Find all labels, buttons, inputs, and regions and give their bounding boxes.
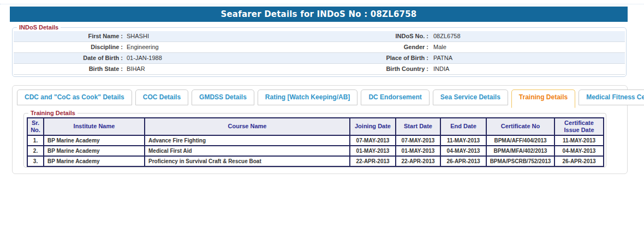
table-header-row: Sr. No.Institute NameCourse NameJoining … <box>27 118 604 135</box>
tab-dc-endorsement[interactable]: DC Endorsement <box>361 89 429 105</box>
field-value: Male <box>428 42 625 52</box>
column-header: Joining Date <box>350 118 396 135</box>
table-cell: 07-MAY-2013 <box>350 135 396 146</box>
table-row: 2.BP Marine AcademyMedical First Aid01-M… <box>27 146 604 156</box>
field-value: Engineering <box>123 42 315 52</box>
field-value: INDIA <box>428 64 625 74</box>
table-cell: Advance Fire Fighting <box>145 135 350 146</box>
tab-rating-watch-keeping-ab[interactable]: Rating [Watch Keeping/AB] <box>258 89 358 105</box>
training-section-title: Training Details <box>28 110 77 116</box>
field-value: PATNA <box>428 53 625 63</box>
table-cell: 11-MAY-2013 <box>440 135 486 146</box>
field-value: BIHAR <box>123 64 315 74</box>
table-cell: 26-APR-2013 <box>440 156 486 166</box>
page-title: Seafarer Details for INDoS No : 08ZL6758 <box>10 7 628 22</box>
column-header: Course Name <box>145 118 350 135</box>
field-value: SHASHI <box>123 31 315 41</box>
indos-section-title: INDoS Details <box>17 24 61 31</box>
tab-bar: CDC and "CoC as Cook" DetailsCOC Details… <box>13 86 627 108</box>
table-cell: 26-APR-2013 <box>554 156 604 166</box>
field-label: First Name : <box>14 31 123 41</box>
table-cell: 22-APR-2013 <box>350 156 396 166</box>
column-header: Certificate No <box>486 118 554 135</box>
tab-coc-details[interactable]: COC Details <box>135 89 188 105</box>
indos-row: First Name :SHASHIINDoS No. :08ZL6758 <box>14 31 625 42</box>
tab-cdc-and-coc-as-cook-details[interactable]: CDC and "CoC as Cook" Details <box>17 89 132 105</box>
table-cell: 01-MAY-2013 <box>350 146 396 156</box>
tab-medical-fitness-certificate[interactable]: Medical Fitness Certificate <box>579 89 644 105</box>
field-label: Gender : <box>315 42 428 52</box>
training-details-section: Training Details Sr. No.Institute NameCo… <box>23 110 606 168</box>
table-cell: 11-MAY-2013 <box>554 135 604 146</box>
table-cell: 2. <box>27 146 44 156</box>
top-divider <box>0 4 644 4</box>
table-cell: BP Marine Academy <box>44 156 145 166</box>
table-cell: BP Marine Academy <box>44 146 145 156</box>
column-header: Certificate Issue Date <box>554 118 604 135</box>
table-cell: 04-MAY-2013 <box>554 146 604 156</box>
table-row: 1.BP Marine AcademyAdvance Fire Fighting… <box>27 135 604 146</box>
field-label: Discipline : <box>14 42 123 52</box>
field-label: Place of Birth : <box>315 53 428 63</box>
field-label: INDoS No. : <box>315 31 428 41</box>
table-cell: Medical First Aid <box>145 146 350 156</box>
column-header: End Date <box>440 118 486 135</box>
table-cell: 04-MAY-2013 <box>440 146 486 156</box>
tab-gmdss-details[interactable]: GMDSS Details <box>192 89 254 105</box>
column-header: Start Date <box>396 118 440 135</box>
indos-details-section: INDoS Details First Name :SHASHIINDoS No… <box>12 24 627 77</box>
table-cell: BPMA/AFF/404/2013 <box>486 135 554 146</box>
table-cell: Proficiency in Survival Craft & Rescue B… <box>145 156 350 166</box>
field-label: Date of Birth : <box>14 53 123 63</box>
indos-row: Date of Birth :01-JAN-1988Place of Birth… <box>14 53 625 64</box>
tab-training-details[interactable]: Training Details <box>511 89 575 108</box>
table-cell: BPMA/MFA/402/2013 <box>486 146 554 156</box>
table-cell: 1. <box>27 135 44 146</box>
field-value: 01-JAN-1988 <box>123 53 315 63</box>
tab-sea-service-details[interactable]: Sea Service Details <box>433 89 508 105</box>
field-value: 08ZL6758 <box>428 31 625 41</box>
indos-row: Discipline :EngineeringGender :Male <box>14 42 625 53</box>
training-table: Sr. No.Institute NameCourse NameJoining … <box>27 117 604 167</box>
field-label: Birth State : <box>14 64 123 74</box>
column-header: Institute Name <box>44 118 145 135</box>
table-cell: 3. <box>27 156 44 166</box>
tab-panel: CDC and "CoC as Cook" DetailsCOC Details… <box>12 85 628 174</box>
page-title-bar: Seafarer Details for INDoS No : 08ZL6758 <box>10 7 628 22</box>
indos-row: Birth State :BIHARBirth Country :INDIA <box>14 64 625 75</box>
table-cell: BP Marine Academy <box>44 135 145 146</box>
table-cell: BPMA/PSCRB/752/2013 <box>486 156 554 166</box>
column-header: Sr. No. <box>27 118 44 135</box>
table-cell: 22-APR-2013 <box>396 156 440 166</box>
table-row: 3.BP Marine AcademyProficiency in Surviv… <box>27 156 604 166</box>
indos-rows: First Name :SHASHIINDoS No. :08ZL6758Dis… <box>14 31 625 75</box>
table-cell: 01-MAY-2013 <box>396 146 440 156</box>
field-label: Birth Country : <box>315 64 428 74</box>
table-cell: 07-MAY-2013 <box>396 135 440 146</box>
